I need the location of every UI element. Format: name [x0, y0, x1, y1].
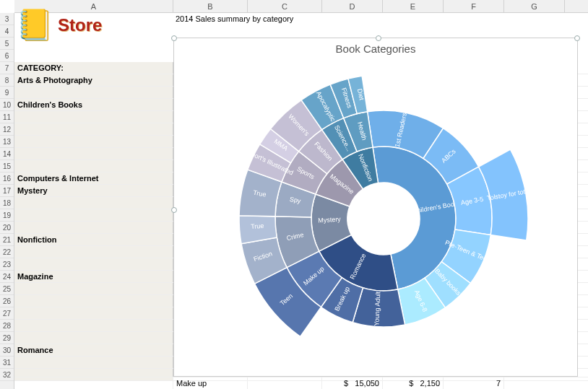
bottom-data-row: Make up $ 15,050 $ 2,150 7	[14, 377, 588, 389]
spreadsheet-title[interactable]: 2014 Sales summary by category	[176, 14, 293, 23]
bottom-cell-e[interactable]: $ 2,150	[383, 377, 444, 389]
row-header-21[interactable]: 21	[0, 234, 14, 246]
row-header-30[interactable]: 30	[0, 344, 14, 357]
resize-handle-n[interactable]	[376, 35, 381, 41]
row-header-31[interactable]: 31	[0, 357, 14, 369]
cell-category[interactable]: Computers & Internet	[14, 172, 173, 184]
row-header-4[interactable]: 4	[0, 25, 14, 38]
cell-empty[interactable]	[14, 123, 173, 135]
cell-empty[interactable]	[14, 258, 173, 270]
cell-empty[interactable]	[14, 209, 173, 221]
row-header-29[interactable]: 29	[0, 332, 14, 344]
resize-handle-nw[interactable]	[171, 35, 177, 41]
row-header-7[interactable]: 7	[0, 62, 14, 74]
cell-category[interactable]: Romance	[14, 344, 173, 356]
row-header-11[interactable]: 11	[0, 111, 14, 123]
row-header-20[interactable]: 20	[0, 222, 14, 234]
cell-empty[interactable]	[14, 222, 173, 233]
book-icon: 📒	[16, 7, 53, 43]
cell-category[interactable]: Arts & Photography	[14, 74, 173, 86]
row-header-15[interactable]: 15	[0, 160, 14, 172]
row-header-14[interactable]: 14	[0, 148, 14, 160]
row-header-18[interactable]: 18	[0, 197, 14, 209]
row-header-17[interactable]: 17	[0, 185, 14, 197]
row-header-8[interactable]: 8	[0, 74, 14, 87]
cell-empty[interactable]	[14, 87, 173, 98]
sunburst-chart[interactable]: Children's Books1st ReadersABCsAge 3-5To…	[232, 67, 535, 370]
row-header-32[interactable]: 32	[0, 369, 14, 381]
row-header-13[interactable]: 13	[0, 136, 14, 148]
bottom-cell-a[interactable]	[14, 377, 173, 389]
cell-empty[interactable]	[14, 357, 173, 368]
row-header-9[interactable]: 9	[0, 87, 14, 99]
chart-container[interactable]: Book Categories Children's Books1st Read…	[173, 38, 578, 377]
col-header-d[interactable]: D	[322, 0, 383, 12]
cell-category[interactable]: Magazine	[14, 271, 173, 282]
cell-empty[interactable]	[14, 246, 173, 258]
col-header-f[interactable]: F	[444, 0, 504, 12]
chart-title: Book Categories	[174, 43, 577, 55]
cell-empty[interactable]	[14, 148, 173, 159]
cell-category-header[interactable]: CATEGORY:	[14, 62, 173, 74]
bottom-cell-b[interactable]: Make up	[173, 377, 248, 389]
resize-handle-ne[interactable]	[574, 35, 580, 41]
col-header-c[interactable]: C	[248, 0, 322, 12]
bottom-cell-c[interactable]	[248, 377, 322, 389]
bottom-cell-f[interactable]: 7	[444, 377, 504, 389]
row-headers: 3456789101112131415161718192021222324252…	[0, 13, 14, 389]
cell-empty[interactable]	[14, 307, 173, 319]
cell-category[interactable]: Nonfiction	[14, 234, 173, 245]
store-label: Store	[58, 15, 102, 35]
col-header-b[interactable]: B	[173, 0, 248, 12]
row-header-10[interactable]: 10	[0, 99, 14, 111]
row-header-6[interactable]: 6	[0, 50, 14, 62]
cell-empty[interactable]	[14, 197, 173, 209]
cell-empty[interactable]	[14, 111, 173, 123]
row-header-5[interactable]: 5	[0, 38, 14, 50]
row-header-12[interactable]: 12	[0, 123, 14, 136]
chart-slice-label: True	[251, 222, 264, 230]
col-header-e[interactable]: E	[383, 0, 444, 12]
cell-empty[interactable]	[14, 320, 173, 331]
row-header-28[interactable]: 28	[0, 320, 14, 332]
cell-empty[interactable]	[14, 295, 173, 307]
row-header-24[interactable]: 24	[0, 271, 14, 283]
row-header-19[interactable]: 19	[0, 209, 14, 222]
store-logo: 📒 Store	[16, 7, 102, 43]
row-header-16[interactable]: 16	[0, 172, 14, 185]
chart-slice-label: Mystery	[318, 216, 342, 224]
cell-category[interactable]: Children's Books	[14, 99, 173, 110]
cell-category[interactable]: Mystery	[14, 185, 173, 196]
cell-empty[interactable]	[14, 136, 173, 147]
row-header-22[interactable]: 22	[0, 246, 14, 258]
cell-empty[interactable]	[14, 283, 173, 294]
cell-empty[interactable]	[14, 160, 173, 172]
row-header-27[interactable]: 27	[0, 307, 14, 320]
bottom-cell-d[interactable]: $ 15,050	[322, 377, 383, 389]
col-header-g[interactable]: G	[504, 0, 565, 12]
row-header-25[interactable]: 25	[0, 283, 14, 295]
row-header-23[interactable]: 23	[0, 258, 14, 271]
row-header-3[interactable]: 3	[0, 13, 14, 25]
row-header-26[interactable]: 26	[0, 295, 14, 307]
cell-empty[interactable]	[14, 332, 173, 344]
resize-handle-w[interactable]	[171, 207, 177, 213]
